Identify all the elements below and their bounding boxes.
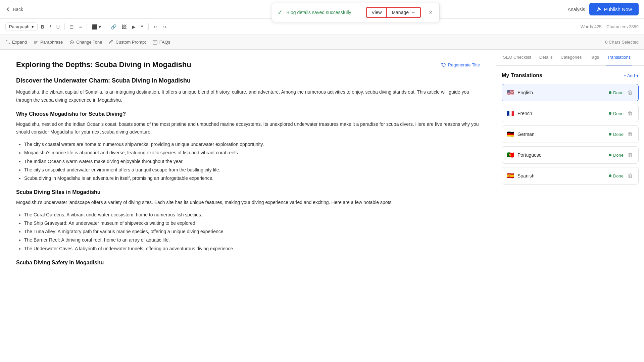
ai-toolbar: Expand Paraphrase Change Tone Custom Pro… [0, 35, 644, 50]
list-item: The Underwater Caves: A labyrinth of und… [24, 245, 480, 253]
format-select[interactable]: Paragraph ▾ [5, 22, 38, 31]
done-badge: Done [609, 153, 624, 158]
undo-button[interactable]: ↩ [151, 23, 159, 31]
link-button[interactable]: 🔗 [109, 23, 118, 31]
tab-details[interactable]: Details [538, 50, 554, 65]
article-h3-1: Why Choose Mogadishu for Scuba Diving? [16, 111, 480, 117]
language-name: French [517, 111, 609, 116]
tab-translations[interactable]: Translations [606, 50, 632, 65]
faqs-tool[interactable]: FAQs [153, 38, 170, 46]
video-button[interactable]: ▶ [130, 23, 138, 31]
italic-button[interactable]: I [48, 23, 53, 31]
language-name: Portuguese [517, 152, 609, 158]
list-item: The Ship Graveyard: An underwater museum… [24, 219, 480, 227]
flag-icon: 🇺🇸 [507, 89, 514, 96]
arrow-icon: → [411, 10, 415, 15]
translation-item-german[interactable]: 🇩🇪 German Done 🗑 [502, 125, 639, 143]
delete-translation-button[interactable]: 🗑 [627, 131, 634, 137]
tab-tags[interactable]: Tags [588, 50, 600, 65]
paraphrase-tool[interactable]: Paraphrase [34, 38, 63, 46]
change-tone-tool[interactable]: Change Tone [69, 38, 102, 46]
translation-item-spanish[interactable]: 🇪🇸 Spanish Done 🗑 [502, 167, 639, 185]
toolbar-divider-4 [148, 23, 149, 30]
notification-manage-button[interactable]: Manage → [387, 7, 421, 18]
image-button[interactable]: 🖼 [120, 23, 129, 31]
quote-button[interactable]: ❝ [139, 23, 146, 31]
translation-item-french[interactable]: 🇫🇷 French Done 🗑 [502, 105, 639, 122]
ordered-list-button[interactable]: ≡ [77, 23, 84, 31]
notification-actions: View Manage → [366, 7, 421, 18]
article-list-2: The Coral Gardens: A vibrant underwater … [16, 211, 480, 253]
back-label: Back [13, 7, 23, 12]
done-dot [609, 174, 611, 177]
delete-translation-button[interactable]: 🗑 [627, 110, 634, 116]
chars-selected: 0 Chars Selected [605, 40, 639, 45]
list-item: The Tuna Alley: A migratory path for var… [24, 227, 480, 236]
check-icon: ✓ [278, 9, 283, 16]
sidebar-tabs: SEO Checklist Details Categories Tags Tr… [496, 50, 644, 66]
expand-tool[interactable]: Expand [5, 38, 27, 46]
translation-item-english[interactable]: 🇺🇸 English Done 🗑 [502, 84, 639, 101]
top-bar-left: Back [5, 7, 23, 12]
tab-seo-checklist[interactable]: SEO Checklist [502, 50, 533, 65]
article-title-text: Exploring the Depths: Scuba Diving in Mo… [16, 60, 191, 69]
faqs-label: FAQs [159, 40, 170, 45]
align-button[interactable]: ⬛ ▾ [90, 23, 103, 31]
ai-tools: Expand Paraphrase Change Tone Custom Pro… [5, 38, 170, 46]
editor-area[interactable]: Exploring the Depths: Scuba Diving in Mo… [0, 50, 496, 362]
list-item: The city's unspoiled underwater environm… [24, 166, 480, 174]
word-count: Words 425 [581, 24, 602, 29]
toolbar-divider-1 [64, 23, 65, 30]
underline-button[interactable]: U [54, 23, 62, 31]
bold-button[interactable]: B [39, 23, 46, 31]
back-button[interactable]: Back [5, 7, 23, 12]
regenerate-title-button[interactable]: Regenerate Title [441, 62, 480, 67]
article-h2-1: Discover the Underwater Charm: Scuba Div… [16, 77, 480, 84]
add-translation-button[interactable]: + Add ▾ [624, 73, 639, 78]
toolbar-divider-3 [106, 23, 106, 30]
done-badge: Done [609, 173, 624, 178]
done-dot [609, 112, 611, 115]
language-name: English [517, 90, 609, 95]
custom-prompt-tool[interactable]: Custom Prompt [109, 38, 146, 46]
list-item: The Barrier Reef: A thriving coral reef,… [24, 236, 480, 244]
done-badge: Done [609, 111, 624, 116]
publish-label: Publish Now [604, 6, 632, 12]
svg-rect-0 [153, 40, 157, 44]
main-layout: Exploring the Depths: Scuba Diving in Mo… [0, 50, 644, 362]
publish-button[interactable]: Publish Now [589, 3, 639, 15]
list-item: Mogadishu's marine life is abundant and … [24, 149, 480, 157]
translation-item-portuguese[interactable]: 🇵🇹 Portuguese Done 🗑 [502, 146, 639, 164]
language-name: Spanish [517, 173, 609, 178]
article-list-1: The city's coastal waters are home to nu… [16, 140, 480, 183]
analysis-link[interactable]: Analysis [567, 7, 585, 12]
redo-button[interactable]: ↪ [161, 23, 169, 31]
article-h3-2: Scuba Diving Sites in Mogadishu [16, 189, 480, 195]
tab-categories[interactable]: Categories [559, 50, 583, 65]
notification-message: Blog details saved successfully [287, 10, 362, 15]
notification-view-button[interactable]: View [366, 7, 387, 18]
done-dot [609, 133, 611, 136]
notification-close-button[interactable]: × [428, 9, 434, 16]
done-badge: Done [609, 132, 624, 137]
custom-prompt-label: Custom Prompt [115, 40, 146, 45]
expand-label: Expand [12, 40, 27, 45]
toolbar-left: Paragraph ▾ B I U ☰ ≡ ⬛ ▾ 🔗 🖼 ▶ ❝ ↩ ↪ [5, 22, 169, 31]
list-item: Scuba diving in Mogadishu is an adventur… [24, 174, 480, 183]
toolbar-right: Words 425 Characters 2859 [581, 24, 639, 29]
flag-icon: 🇪🇸 [507, 172, 514, 179]
done-badge: Done [609, 90, 624, 95]
language-list: 🇺🇸 English Done 🗑 🇫🇷 French Done 🗑 🇩🇪 Ge… [502, 84, 639, 185]
language-name: German [517, 132, 609, 137]
delete-translation-button[interactable]: 🗑 [627, 173, 634, 179]
done-dot [609, 154, 611, 156]
delete-translation-button[interactable]: 🗑 [627, 152, 634, 158]
bullet-list-button[interactable]: ☰ [67, 23, 76, 31]
article-p3: Mogadishu's underwater landscape offers … [16, 199, 480, 207]
delete-translation-button[interactable]: 🗑 [627, 90, 634, 96]
list-item: The city's coastal waters are home to nu… [24, 140, 480, 149]
list-item: The Indian Ocean's warm waters make divi… [24, 157, 480, 166]
list-item: The Coral Gardens: A vibrant underwater … [24, 211, 480, 219]
top-bar: Back Analysis Publish Now ✓ Blog details… [0, 0, 644, 19]
flag-icon: 🇫🇷 [507, 110, 514, 117]
